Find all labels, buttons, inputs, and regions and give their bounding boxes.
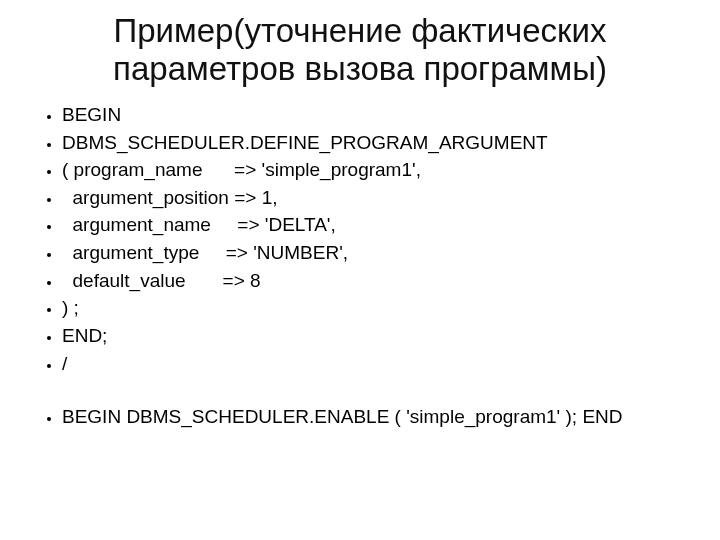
slide: Пример(уточнение фактических параметров … bbox=[0, 0, 720, 540]
code-list: BEGIN DBMS_SCHEDULER.DEFINE_PROGRAM_ARGU… bbox=[28, 102, 692, 430]
list-item: BEGIN bbox=[62, 102, 692, 128]
list-item: BEGIN DBMS_SCHEDULER.ENABLE ( 'simple_pr… bbox=[62, 404, 692, 430]
list-item: ( program_name => 'simple_program1', bbox=[62, 157, 692, 183]
list-item: argument_position => 1, bbox=[62, 185, 692, 211]
list-spacer bbox=[62, 378, 692, 402]
list-item: DBMS_SCHEDULER.DEFINE_PROGRAM_ARGUMENT bbox=[62, 130, 692, 156]
list-item: ) ; bbox=[62, 295, 692, 321]
slide-title: Пример(уточнение фактических параметров … bbox=[28, 12, 692, 88]
list-item: argument_type => 'NUMBER', bbox=[62, 240, 692, 266]
list-item: / bbox=[62, 351, 692, 377]
list-item: END; bbox=[62, 323, 692, 349]
list-item: argument_name => 'DELTA', bbox=[62, 212, 692, 238]
list-item: default_value => 8 bbox=[62, 268, 692, 294]
